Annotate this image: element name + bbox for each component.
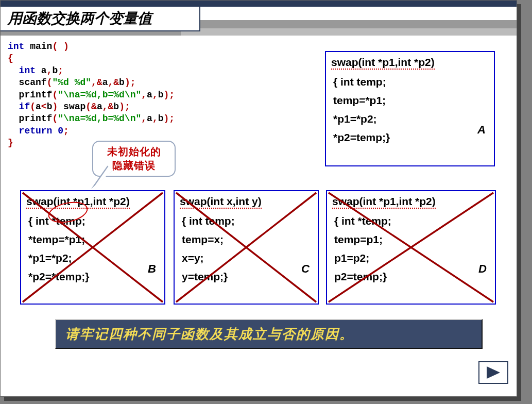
label-a: A <box>477 123 486 137</box>
code-box-d: swap(int *p1,int *p2) { int *temp; temp=… <box>326 190 496 305</box>
footer-note: 请牢记四种不同子函数及其成立与否的原因。 <box>55 319 483 349</box>
slide-title: 用函数交换两个变量值 <box>1 7 200 31</box>
code-box-b: swap(int *p1,int *p2) { int *temp; *temp… <box>20 190 165 305</box>
code-box-a: swap(int *p1,int *p2) { int temp; temp=*… <box>325 51 495 166</box>
main-code: int main( ) { int a,b; scanf("%d %d",&a,… <box>8 41 193 149</box>
next-button[interactable] <box>478 361 508 384</box>
label-d: D <box>478 262 487 276</box>
slide: 用函数交换两个变量值 int main( ) { int a,b; scanf(… <box>0 0 517 397</box>
svg-marker-6 <box>487 366 500 379</box>
code-box-c: swap(int x,int y) { int temp; temp=x; x=… <box>174 190 319 305</box>
top-strip <box>1 1 517 7</box>
callout-line2: 隐藏错误 <box>112 159 156 173</box>
arrow-right-icon <box>485 365 502 380</box>
label-b: B <box>148 262 156 276</box>
label-c: C <box>301 262 310 276</box>
callout-line1: 未初始化的 <box>107 145 161 159</box>
title-band-2 <box>181 28 517 36</box>
